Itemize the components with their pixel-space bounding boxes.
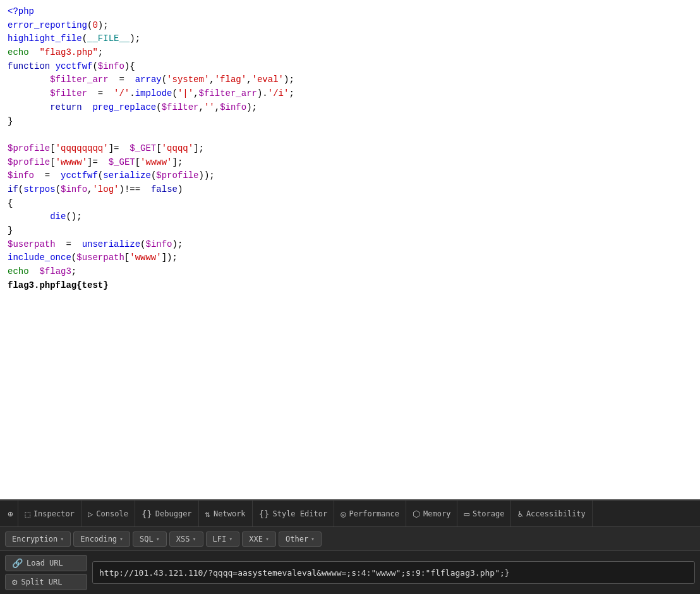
devtools-panel: ⊕ ⬚ Inspector ▷ Console {} Debugger ⇅ Ne…	[0, 499, 700, 594]
xss-label: XSS	[176, 535, 190, 544]
lfi-arrow-icon: ▾	[229, 535, 232, 542]
other-label: Other	[286, 535, 308, 544]
devtools-style-editor-tab[interactable]: {} Style Editor	[253, 501, 335, 526]
code-line: $profile['wwww']= $_GET['wwww'];	[8, 156, 692, 170]
devtools-debugger-tab[interactable]: {} Debugger	[135, 501, 199, 526]
style-editor-icon: {}	[259, 509, 270, 519]
debugger-icon: {}	[142, 509, 152, 519]
load-url-button[interactable]: 🔗 Load URL	[5, 555, 87, 571]
encryption-arrow-icon: ▾	[60, 535, 64, 542]
devtools-performance-tab[interactable]: ◎ Performance	[334, 501, 406, 526]
pointer-icon: ⊕	[8, 509, 13, 519]
code-line: error_reporting(0);	[8, 19, 692, 33]
inspector-tab-label: Inspector	[33, 509, 75, 518]
code-line: highlight_file(__FILE__);	[8, 32, 692, 46]
url-row: 🔗 Load URL ⚙ Split URL	[0, 551, 700, 594]
network-tab-label: Network	[214, 509, 246, 518]
accessibility-icon: ♿	[517, 509, 522, 519]
devtools-inspector-tab[interactable]: ⬚ Inspector	[18, 501, 81, 526]
other-button[interactable]: Other ▾	[279, 532, 322, 547]
other-arrow-icon: ▾	[311, 535, 315, 542]
url-action-buttons: 🔗 Load URL ⚙ Split URL	[5, 555, 87, 590]
code-line: $profile['qqqqqqqq']= $_GET['qqqq'];	[8, 142, 692, 156]
lfi-label: LFI	[213, 535, 227, 544]
devtools-console-tab[interactable]: ▷ Console	[81, 501, 135, 526]
encoding-arrow-icon: ▾	[119, 535, 123, 542]
load-url-icon: 🔗	[12, 558, 23, 568]
code-line: {	[8, 197, 692, 211]
code-line: if(strpos($info,'log')!== false)	[8, 183, 692, 197]
sql-label: SQL	[140, 535, 154, 544]
devtools-accessibility-tab[interactable]: ♿ Accessibility	[511, 501, 592, 526]
xxe-button[interactable]: XXE ▾	[242, 532, 276, 547]
encryption-button[interactable]: Encryption ▾	[5, 532, 71, 547]
code-line: flag3.phpflag{test}	[8, 279, 692, 293]
devtools-pointer-tab[interactable]: ⊕	[3, 501, 18, 526]
memory-tab-label: Memory	[423, 509, 450, 518]
inspector-icon: ⬚	[25, 509, 30, 519]
xxe-label: XXE	[249, 535, 263, 544]
style-editor-tab-label: Style Editor	[272, 509, 327, 518]
devtools-tabs-bar: ⊕ ⬚ Inspector ▷ Console {} Debugger ⇅ Ne…	[0, 501, 700, 527]
storage-icon: ▭	[464, 509, 469, 519]
sql-arrow-icon: ▾	[156, 535, 160, 542]
code-line: include_once($userpath['wwww']);	[8, 251, 692, 265]
network-icon: ⇅	[205, 509, 210, 519]
code-line: }	[8, 224, 692, 238]
performance-icon: ◎	[341, 509, 346, 519]
storage-tab-label: Storage	[473, 509, 505, 518]
accessibility-tab-label: Accessibility	[526, 509, 586, 518]
code-line: $filter_arr = array('system','flag','eva…	[8, 73, 692, 87]
devtools-memory-tab[interactable]: ⬡ Memory	[406, 501, 457, 526]
split-url-icon: ⚙	[12, 577, 17, 587]
debugger-tab-label: Debugger	[155, 509, 192, 518]
code-line: $info = ycctfwf(serialize($profile));	[8, 169, 692, 183]
php-code: <?phperror_reporting(0);highlight_file(_…	[8, 5, 692, 292]
code-line: return preg_replace($filter,'',$info);	[8, 101, 692, 115]
code-line: echo "flag3.php";	[8, 46, 692, 60]
split-url-button[interactable]: ⚙ Split URL	[5, 574, 87, 590]
code-line	[8, 128, 692, 142]
lfi-button[interactable]: LFI ▾	[206, 532, 240, 547]
tools-bar: Encryption ▾ Encoding ▾ SQL ▾ XSS ▾ LFI …	[0, 527, 700, 551]
encoding-button[interactable]: Encoding ▾	[73, 532, 130, 547]
console-tab-label: Console	[96, 509, 128, 518]
xss-button[interactable]: XSS ▾	[169, 532, 203, 547]
devtools-storage-tab[interactable]: ▭ Storage	[457, 501, 511, 526]
split-url-label: Split URL	[21, 578, 62, 586]
encoding-label: Encoding	[80, 535, 117, 544]
code-line: die();	[8, 210, 692, 224]
code-line: <?php	[8, 5, 692, 19]
url-input[interactable]	[92, 561, 695, 584]
performance-tab-label: Performance	[349, 509, 399, 518]
code-line: function ycctfwf($info){	[8, 60, 692, 74]
xxe-arrow-icon: ▾	[265, 535, 269, 542]
code-line: echo $flag3;	[8, 265, 692, 279]
code-line: $userpath = unserialize($info);	[8, 238, 692, 252]
xss-arrow-icon: ▾	[193, 535, 196, 542]
code-line: $filter = '/'.implode('|',$filter_arr).'…	[8, 87, 692, 101]
code-line: }	[8, 115, 692, 129]
devtools-network-tab[interactable]: ⇅ Network	[199, 501, 253, 526]
code-display: <?phperror_reporting(0);highlight_file(_…	[0, 0, 700, 499]
sql-button[interactable]: SQL ▾	[133, 532, 167, 547]
encryption-label: Encryption	[12, 535, 57, 544]
memory-icon: ⬡	[413, 509, 420, 519]
console-icon: ▷	[88, 509, 93, 519]
load-url-label: Load URL	[27, 559, 63, 567]
